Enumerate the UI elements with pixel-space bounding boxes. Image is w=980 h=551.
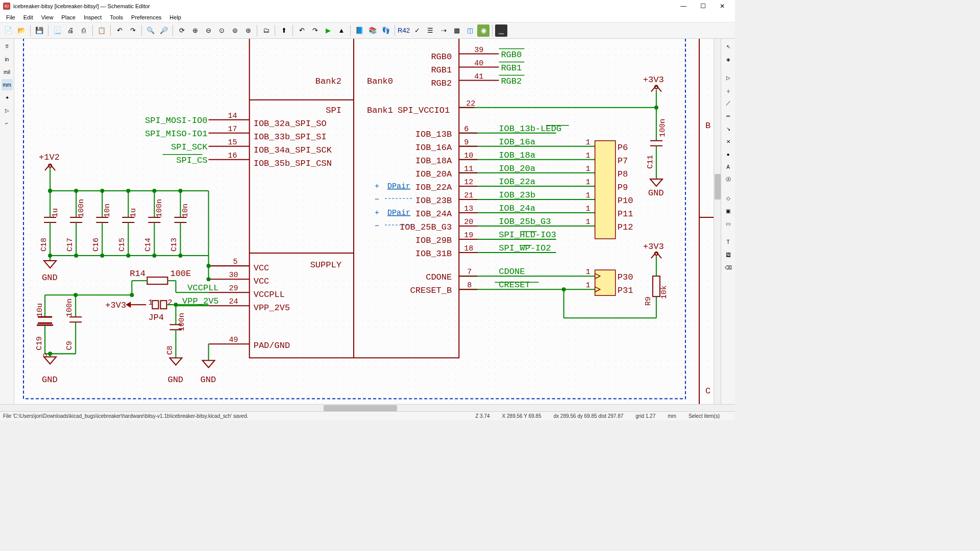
zoom-in-icon[interactable]: ⊕ [189, 24, 201, 37]
app-icon: Ki [3, 3, 10, 10]
svg-text:DPair: DPair [387, 182, 410, 191]
paste-icon[interactable]: 📋 [95, 24, 108, 37]
highlight-tool-icon[interactable]: ◈ [723, 54, 734, 65]
svg-text:IOB_16A: IOB_16A [415, 143, 452, 153]
svg-text:49: 49 [229, 335, 238, 344]
unit-in[interactable]: in [2, 54, 13, 65]
add-power-icon[interactable]: ⏚ [723, 85, 734, 96]
add-busentry-icon[interactable]: ↘ [723, 123, 734, 134]
replace-icon[interactable]: 🔎 [158, 24, 170, 37]
menu-preferences[interactable]: Preferences [127, 14, 165, 20]
svg-text:SPI_WP-IO2: SPI_WP-IO2 [499, 243, 551, 253]
annotate-icon[interactable]: R42 [398, 24, 410, 37]
right-toolbar: ↖ ◈ ▷ ⏚ ／ ═ ↘ ✕ ● A Ⓐ ◇ ▣ ▭ T 🖼 ⌫ [721, 39, 735, 404]
cursor-full-icon[interactable]: ✦ [2, 92, 13, 103]
svg-text:1: 1 [586, 281, 591, 290]
close-button[interactable]: ✕ [713, 0, 732, 12]
svg-text:JP4: JP4 [148, 313, 164, 322]
svg-text:IOB_22A: IOB_22A [415, 183, 452, 192]
maximize-button[interactable]: ☐ [693, 0, 713, 12]
svg-text:100n: 100n [77, 199, 86, 217]
menu-view[interactable]: View [37, 14, 58, 20]
bom-table-icon[interactable]: ▦ [451, 24, 463, 37]
erc-icon[interactable]: ✓ [411, 24, 423, 37]
zoom-sel-icon[interactable]: ⊛ [242, 24, 254, 37]
bulk-edit-icon[interactable]: ◫ [464, 24, 476, 37]
rotate-ccw-icon[interactable]: ↶ [296, 24, 308, 37]
scrollbar-horizontal[interactable] [0, 404, 735, 411]
hierarchy-icon[interactable]: 🗂 [260, 24, 272, 37]
menu-inspect[interactable]: Inspect [80, 14, 106, 20]
bom-icon[interactable]: ☰ [424, 24, 436, 37]
svg-text:IOB_23B: IOB_23B [415, 196, 452, 206]
svg-text:SPI_MISO-IO1: SPI_MISO-IO1 [145, 129, 208, 139]
supply-label: SUPPLY [310, 260, 341, 270]
rotate-cw-icon[interactable]: ↷ [309, 24, 321, 37]
add-hier-label-icon[interactable]: ▣ [723, 205, 734, 216]
add-image-icon[interactable]: 🖼 [723, 249, 734, 260]
delete-tool-icon[interactable]: ⌫ [723, 262, 734, 273]
schematic-canvas[interactable]: B C Bank2 Bank0 SPI Bank1 SUPPLY RGB0 RG… [14, 39, 721, 404]
run-icon[interactable]: ▶ [322, 24, 334, 37]
unit-mil[interactable]: mil [2, 66, 13, 78]
svg-text:1: 1 [586, 178, 591, 187]
open-icon[interactable]: 📂 [15, 24, 28, 37]
svg-text:1u: 1u [51, 208, 60, 217]
svg-text:21: 21 [464, 191, 473, 200]
save-icon[interactable]: 💾 [33, 24, 45, 37]
svg-text:9: 9 [464, 138, 469, 147]
add-label-icon[interactable]: A [723, 161, 734, 172]
mirror-icon[interactable]: ▲ [335, 24, 348, 37]
redo-icon[interactable]: ↷ [127, 24, 139, 37]
svg-text:10n: 10n [103, 204, 112, 217]
plot-icon[interactable]: ⎙ [78, 24, 90, 37]
add-wire-icon[interactable]: ／ [723, 97, 734, 109]
add-noconnect-icon[interactable]: ✕ [723, 136, 734, 147]
unit-mm[interactable]: mm [2, 79, 13, 90]
select-tool-icon[interactable]: ↖ [723, 41, 734, 52]
grid-icon[interactable]: ⠿ [2, 41, 13, 52]
add-junction-icon[interactable]: ● [723, 148, 734, 160]
symbol-editor-icon[interactable]: 📘 [353, 24, 365, 37]
zoom-out-icon[interactable]: ⊖ [202, 24, 214, 37]
hidden-pins-icon[interactable]: ▷ [2, 105, 13, 116]
console-icon[interactable]: ▁ [495, 24, 507, 37]
svg-text:C16: C16 [91, 238, 101, 252]
scrollbar-vertical[interactable] [714, 39, 721, 404]
print-icon[interactable]: 🖨 [64, 24, 77, 37]
zoom-obj-icon[interactable]: ⊚ [229, 24, 241, 37]
svg-text:SPI_SCK: SPI_SCK [171, 142, 208, 152]
svg-text:PAD/GND: PAD/GND [254, 341, 290, 350]
find-icon[interactable]: 🔍 [144, 24, 157, 37]
pcb-icon[interactable]: ◉ [477, 24, 489, 37]
add-global-label-icon[interactable]: ◇ [723, 192, 734, 204]
symbol-browser-icon[interactable]: 📚 [366, 24, 379, 37]
page-settings-icon[interactable]: 📃 [51, 24, 63, 37]
zoom-fit-icon[interactable]: ⊙ [215, 24, 228, 37]
svg-text:18: 18 [464, 244, 473, 253]
menu-tools[interactable]: Tools [106, 14, 127, 20]
menu-file[interactable]: File [2, 14, 19, 20]
add-bus-icon[interactable]: ═ [723, 110, 734, 121]
menu-help[interactable]: Help [165, 14, 185, 20]
add-symbol-icon[interactable]: ▷ [723, 72, 734, 83]
footprint-icon[interactable]: 👣 [380, 24, 392, 37]
svg-text:P11: P11 [618, 209, 633, 219]
netlist-icon[interactable]: ⇢ [437, 24, 450, 37]
menu-edit[interactable]: Edit [19, 14, 37, 20]
svg-text:1: 1 [586, 191, 591, 200]
minimize-button[interactable]: — [674, 0, 693, 12]
undo-icon[interactable]: ↶ [113, 24, 126, 37]
add-text-icon[interactable]: T [723, 236, 734, 247]
nav-back-icon[interactable]: ⬆ [278, 24, 290, 37]
svg-text:+: + [375, 208, 379, 217]
add-netclass-icon[interactable]: Ⓐ [723, 174, 734, 185]
status-sel: Select item(s) [689, 413, 720, 419]
menu-place[interactable]: Place [57, 14, 80, 20]
origin-icon[interactable]: ⌐ [2, 117, 13, 129]
add-sheet-icon[interactable]: ▭ [723, 218, 734, 229]
refresh-icon[interactable]: ⟳ [176, 24, 188, 37]
new-icon[interactable]: 📄 [2, 24, 14, 37]
svg-rect-118 [595, 141, 616, 239]
svg-text:100n: 100n [155, 199, 164, 217]
